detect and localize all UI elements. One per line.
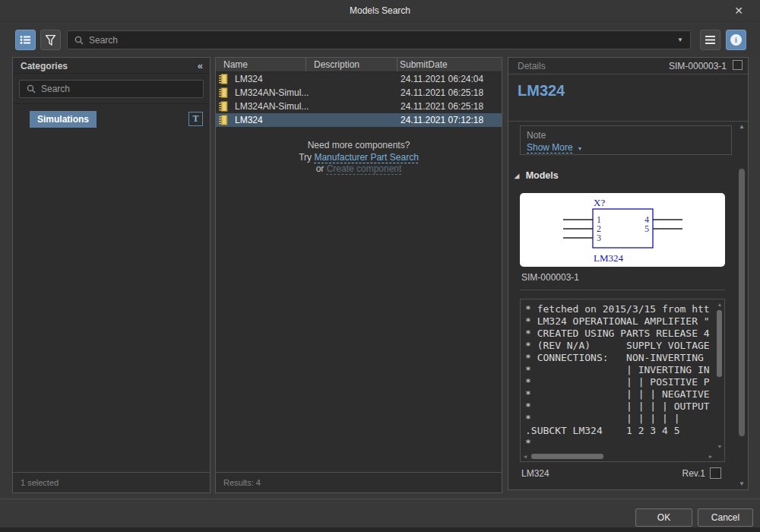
component-chip-icon: [219, 87, 228, 98]
scrollbar-thumb[interactable]: [739, 169, 745, 436]
column-header-submitdate[interactable]: SubmitDate: [397, 58, 502, 71]
spice-model-viewer[interactable]: * fetched on 2015/3/15 from htt* LM324 O…: [520, 299, 725, 462]
table-row[interactable]: LM32424.11.2021 06:24:04: [216, 72, 502, 86]
spice-line: * fetched on 2015/3/15 from htt: [525, 303, 714, 315]
details-item-id: SIM-000003-1: [669, 61, 727, 71]
scroll-up-icon[interactable]: ▲: [736, 123, 747, 130]
model-revision-checkbox[interactable]: [710, 467, 721, 479]
show-more-link[interactable]: Show More ▾: [527, 142, 581, 153]
row-submitdate-text: 24.11.2021 07:12:18: [397, 115, 502, 125]
scrollbar-thumb[interactable]: [717, 310, 722, 377]
table-row[interactable]: LM324AN-Simul...24.11.2021 06:25:18: [216, 86, 502, 100]
collapse-panel-icon[interactable]: «: [198, 60, 203, 71]
models-section-label: Models: [526, 170, 559, 181]
spice-line: * (REV N/A) SUPPLY VOLTAGE: [525, 340, 714, 352]
details-scrollbar[interactable]: ▲ ▼: [736, 122, 747, 489]
column-header-description[interactable]: Description: [306, 58, 397, 71]
hint-block: Need more components? Try Manufacturer P…: [216, 140, 502, 176]
spice-vertical-scrollbar[interactable]: ▲ ▼: [715, 299, 724, 452]
details-panel: Details SIM-000003-1 LM324 Note Show Mor…: [508, 57, 749, 490]
main-search-input[interactable]: [89, 35, 677, 46]
designator-text: X?: [594, 197, 605, 208]
hint-or-text: or: [316, 163, 327, 174]
component-chip-icon: [219, 115, 228, 125]
text-filter-button[interactable]: T: [188, 112, 203, 126]
scrollbar-thumb[interactable]: [531, 454, 603, 459]
filter-funnel-icon: [46, 35, 55, 46]
part-name-text: LM324: [594, 252, 624, 264]
section-expand-icon: ◢: [515, 173, 519, 179]
divider: [520, 290, 725, 290]
close-icon[interactable]: ✕: [731, 3, 746, 18]
info-icon: i: [730, 34, 742, 46]
results-table-body: LM32424.11.2021 06:24:04LM324AN-Simul...…: [216, 72, 502, 127]
details-checkbox[interactable]: [733, 60, 743, 70]
show-more-caret-icon: ▾: [578, 145, 581, 152]
row-name-text: LM324: [235, 115, 263, 125]
filter-button[interactable]: [40, 30, 61, 50]
spice-line: * | | | NEGATIVE: [525, 388, 714, 401]
scroll-down-icon[interactable]: ▼: [736, 480, 747, 487]
row-name-text: LM324: [235, 74, 263, 84]
hint-line2: Try Manufacturer Part Search: [216, 152, 502, 164]
models-section-header[interactable]: ◢ Models: [515, 170, 559, 181]
scroll-down-icon[interactable]: ▼: [715, 443, 724, 451]
spice-line: * | | | | OUTPUT: [525, 401, 714, 413]
model-name-label: LM324: [521, 468, 549, 479]
categories-search-input[interactable]: [41, 84, 203, 94]
spice-line: *: [525, 437, 714, 449]
schematic-symbol: X? 1 2 3 4 5 LM324: [520, 193, 725, 267]
note-section: Note Show More ▾: [520, 125, 732, 155]
divider: [508, 121, 748, 122]
ok-button[interactable]: OK: [635, 508, 692, 527]
preview-model-id: SIM-000003-1: [521, 272, 579, 283]
table-row[interactable]: LM324AN-Simul...24.11.2021 06:25:18: [216, 100, 502, 113]
menu-button[interactable]: [700, 30, 720, 50]
search-dropdown-caret-icon[interactable]: ▼: [677, 36, 683, 43]
divider: [13, 103, 210, 104]
hint-try-text: Try: [299, 152, 314, 163]
row-name-text: LM324AN-Simul...: [235, 101, 309, 112]
dialog-title: Models Search: [0, 5, 760, 16]
categories-search-box[interactable]: [19, 80, 204, 98]
row-name-cell: LM324AN-Simul...: [216, 101, 397, 112]
category-chip-simulations[interactable]: Simulations: [30, 111, 97, 128]
details-header: Details SIM-000003-1: [508, 58, 748, 74]
schematic-preview[interactable]: X? 1 2 3 4 5 LM324: [520, 193, 725, 267]
results-status: Results: 4: [216, 472, 502, 492]
pin-3-label: 3: [597, 233, 601, 243]
spice-model-text: * fetched on 2015/3/15 from htt* LM324 O…: [525, 303, 714, 451]
row-submitdate-text: 24.11.2021 06:25:18: [397, 101, 502, 112]
note-label: Note: [527, 130, 546, 141]
row-name-cell: LM324: [216, 74, 397, 84]
main-search-box[interactable]: ▼: [67, 30, 691, 49]
categories-title: Categories: [21, 61, 68, 71]
table-row[interactable]: LM32424.11.2021 07:12:18: [216, 113, 502, 127]
pin-5-label: 5: [644, 223, 649, 234]
scroll-left-icon[interactable]: ◄: [521, 453, 530, 461]
spice-line: * | | POSITIVE P: [525, 376, 714, 388]
show-more-text: Show More: [527, 142, 573, 153]
info-button[interactable]: i: [726, 30, 746, 50]
component-name-heading: LM324: [518, 82, 565, 100]
spice-line: .SUBCKT LM324 1 2 3 4 5: [525, 425, 714, 437]
spice-line: * CREATED USING PARTS RELEASE 4: [525, 328, 714, 340]
scroll-right-icon[interactable]: ►: [706, 453, 715, 461]
hamburger-menu-icon: [705, 36, 715, 44]
component-chip-icon: [219, 101, 228, 112]
spice-line: * | | | | |: [525, 413, 714, 425]
manufacturer-part-search-link[interactable]: Manufacturer Part Search: [314, 152, 418, 163]
list-view-button[interactable]: [15, 30, 36, 50]
categories-status: 1 selected: [13, 472, 210, 492]
create-component-link[interactable]: Create component: [327, 163, 402, 174]
scroll-up-icon[interactable]: ▲: [715, 301, 724, 309]
list-view-icon: [20, 35, 31, 45]
spice-horizontal-scrollbar[interactable]: ◄ ►: [521, 452, 715, 461]
categories-panel: Categories « Simulations T 1 selected: [12, 57, 211, 493]
row-submitdate-text: 24.11.2021 06:25:18: [397, 87, 502, 98]
column-header-name[interactable]: Name: [216, 58, 306, 71]
hint-line3: or Create component: [216, 163, 502, 176]
row-submitdate-text: 24.11.2021 06:24:04: [397, 74, 502, 84]
spice-line: * LM324 OPERATIONAL AMPLIFIER ": [525, 315, 714, 328]
cancel-button[interactable]: Cancel: [698, 508, 753, 527]
